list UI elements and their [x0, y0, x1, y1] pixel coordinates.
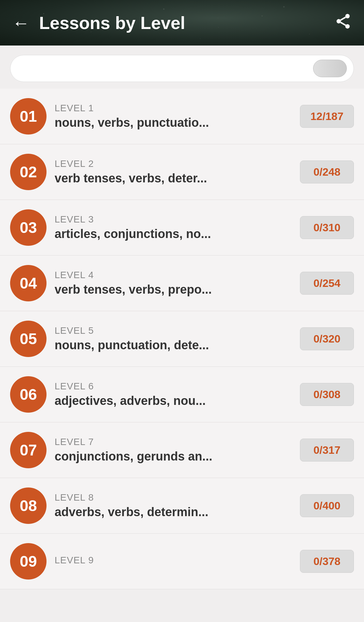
- svg-line-4: [341, 17, 346, 20]
- app-header: ← Lessons by Level: [0, 0, 364, 46]
- lesson-item[interactable]: 03LEVEL 3articles, conjunctions, no...0/…: [0, 200, 364, 256]
- level-badge: 06: [10, 376, 47, 413]
- svg-point-0: [345, 14, 350, 18]
- lesson-topics: verb tenses, verbs, deter...: [55, 171, 292, 185]
- level-label: LEVEL 5: [55, 325, 292, 336]
- level-badge: 05: [10, 321, 47, 357]
- level-badge: 04: [10, 265, 47, 301]
- level-label: LEVEL 1: [55, 103, 292, 114]
- svg-line-3: [341, 22, 346, 25]
- lesson-topics: conjunctions, gerunds an...: [55, 449, 292, 464]
- lesson-progress-badge: 0/320: [300, 327, 354, 350]
- svg-point-1: [337, 19, 341, 23]
- lesson-item[interactable]: 05LEVEL 5nouns, punctuation, dete...0/32…: [0, 311, 364, 367]
- lesson-topics: adjectives, adverbs, nou...: [55, 394, 292, 408]
- level-label: LEVEL 7: [55, 437, 292, 447]
- page-title: Lessons by Level: [30, 13, 334, 33]
- lesson-topics: articles, conjunctions, no...: [55, 227, 292, 241]
- search-filter-slider[interactable]: [313, 60, 347, 77]
- lesson-item[interactable]: 07LEVEL 7conjunctions, gerunds an...0/31…: [0, 422, 364, 478]
- level-badge: 03: [10, 209, 47, 246]
- lesson-progress-badge: 12/187: [300, 105, 354, 128]
- lesson-progress-badge: 0/248: [300, 160, 354, 183]
- lesson-info: LEVEL 3articles, conjunctions, no...: [47, 214, 300, 241]
- level-label: LEVEL 9: [55, 555, 292, 566]
- lesson-progress-badge: 0/317: [300, 439, 354, 462]
- lesson-topics: adverbs, verbs, determin...: [55, 505, 292, 519]
- lesson-item[interactable]: 08LEVEL 8adverbs, verbs, determin...0/40…: [0, 478, 364, 534]
- lesson-info: LEVEL 7conjunctions, gerunds an...: [47, 437, 300, 464]
- level-label: LEVEL 2: [55, 158, 292, 169]
- lesson-item[interactable]: 01LEVEL 1nouns, verbs, punctuatio...12/1…: [0, 89, 364, 144]
- level-label: LEVEL 3: [55, 214, 292, 225]
- level-badge: 08: [10, 487, 47, 524]
- level-badge: 09: [10, 543, 47, 580]
- lesson-progress-badge: 0/310: [300, 216, 354, 239]
- level-label: LEVEL 8: [55, 492, 292, 503]
- lesson-info: LEVEL 5nouns, punctuation, dete...: [47, 325, 300, 352]
- lesson-info: LEVEL 9: [47, 555, 300, 568]
- search-input[interactable]: [21, 63, 313, 74]
- lessons-list: 01LEVEL 1nouns, verbs, punctuatio...12/1…: [0, 89, 364, 599]
- back-button[interactable]: ←: [12, 14, 30, 32]
- search-bar[interactable]: [10, 55, 354, 82]
- lesson-topics: verb tenses, verbs, prepo...: [55, 283, 292, 297]
- level-badge: 01: [10, 98, 47, 135]
- lesson-info: LEVEL 4verb tenses, verbs, prepo...: [47, 270, 300, 297]
- svg-point-2: [345, 24, 350, 28]
- lesson-progress-badge: 0/378: [300, 550, 354, 573]
- level-badge: 07: [10, 432, 47, 468]
- share-button[interactable]: [334, 12, 352, 33]
- lesson-progress-badge: 0/254: [300, 272, 354, 295]
- lesson-info: LEVEL 1nouns, verbs, punctuatio...: [47, 103, 300, 130]
- lesson-item[interactable]: 02LEVEL 2verb tenses, verbs, deter...0/2…: [0, 144, 364, 200]
- lesson-topics: nouns, punctuation, dete...: [55, 338, 292, 352]
- lesson-progress-badge: 0/308: [300, 383, 354, 406]
- search-container: [0, 46, 364, 89]
- lesson-item[interactable]: 06LEVEL 6adjectives, adverbs, nou...0/30…: [0, 367, 364, 422]
- level-label: LEVEL 4: [55, 270, 292, 280]
- lesson-item[interactable]: 04LEVEL 4verb tenses, verbs, prepo...0/2…: [0, 256, 364, 311]
- lesson-info: LEVEL 8adverbs, verbs, determin...: [47, 492, 300, 519]
- level-label: LEVEL 6: [55, 381, 292, 392]
- lesson-info: LEVEL 2verb tenses, verbs, deter...: [47, 158, 300, 185]
- lesson-progress-badge: 0/400: [300, 494, 354, 517]
- lesson-info: LEVEL 6adjectives, adverbs, nou...: [47, 381, 300, 408]
- level-badge: 02: [10, 154, 47, 190]
- lesson-item[interactable]: 09LEVEL 90/378: [0, 534, 364, 589]
- lesson-topics: nouns, verbs, punctuatio...: [55, 116, 292, 130]
